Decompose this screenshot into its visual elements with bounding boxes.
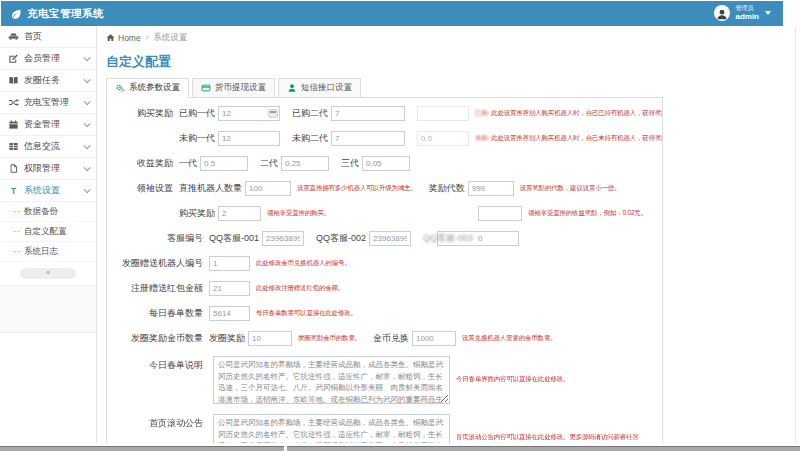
top-navbar: 充电宝管理系统 管理员 admin	[1, 1, 783, 26]
sidebar-subitem-system-log[interactable]: 系统日志	[0, 242, 96, 262]
taxi-icon	[8, 31, 19, 42]
input-wrap	[331, 131, 405, 146]
svg-text:T: T	[11, 187, 16, 196]
post-reward-gold-input-2[interactable]	[412, 331, 456, 346]
sidebar-subitem-label: 自定义配置	[24, 226, 67, 238]
purchase-reward-unowned-input-2[interactable]	[331, 131, 405, 146]
field-label: 已购一代	[179, 107, 215, 120]
user-menu[interactable]: 管理员 admin	[714, 5, 783, 21]
leader-reward-input-1[interactable]	[218, 206, 261, 221]
input-wrap	[417, 106, 469, 121]
form-row-purchase-reward-unowned: 未购一代未购二代未购-此处设置推荐别人购买机器人时，自己未持有机器人，获得奖励少…	[107, 131, 662, 146]
field-leader-reward-1: 购买奖励领袖享受直推的购买。	[179, 206, 330, 221]
erased-field	[417, 106, 469, 121]
app-logo[interactable]: 充电宝管理系统	[1, 7, 104, 21]
post-gift-robot-id-input-1[interactable]	[209, 256, 250, 271]
field-label: 购买奖励	[179, 207, 215, 220]
register-redpacket-amount-input-1[interactable]	[209, 281, 250, 296]
today-order-description-textarea[interactable]	[213, 356, 450, 404]
field-label: 金币兑换	[373, 332, 409, 345]
tab-label: 短信接口设置	[301, 82, 352, 94]
field-group-label: 每日春单数量	[107, 307, 209, 320]
field-leader-settings-2: 奖励代数设置奖励的代数，建议设置小一些。	[429, 181, 621, 196]
field-purchase-reward-unowned-3	[417, 131, 469, 146]
purchase-reward-owned-input-2[interactable]	[331, 106, 405, 121]
input-wrap	[218, 131, 280, 146]
help-note: 领袖享受直推的购买。	[267, 209, 330, 218]
user-info: 管理员 admin	[735, 5, 759, 21]
help-note: 设置兑换机器人需要的金币数量。	[462, 334, 557, 343]
field-purchase-reward-owned-3	[417, 106, 469, 121]
chevron-down-icon	[84, 164, 91, 171]
tree-dash	[13, 211, 20, 212]
form-row-leader-settings: 领袖设置直推机器人数量设置直推拥有多少机器人可以升级为城主。奖励代数设置奖励的代…	[107, 181, 662, 196]
post-reward-gold-input-1[interactable]	[248, 331, 292, 346]
field-income-reward-1: 一代	[179, 156, 248, 171]
tree-dash	[13, 231, 20, 232]
tab-param-settings[interactable]: 系统参数设置	[106, 78, 189, 98]
chevron-down-icon	[84, 76, 91, 83]
leader-settings-input-1[interactable]	[245, 181, 291, 196]
income-reward-input-3[interactable]	[362, 156, 410, 171]
help-note: 此处设置推荐别人购买机器人时，自己已持有机器人，获得奖励多。	[491, 109, 663, 118]
sidebar-subitem-data-backup[interactable]: 数据备份	[0, 202, 96, 222]
tab-withdraw-settings[interactable]: 货币提现设置	[192, 78, 275, 97]
sidebar-item-messages[interactable]: 信息交流	[0, 136, 96, 158]
field-income-reward-2: 二代	[260, 156, 329, 171]
income-reward-input-2[interactable]	[281, 156, 329, 171]
help-note: 今日春单界面内容可以直接在此处修改。	[456, 375, 569, 384]
sidebar-item-post-tasks[interactable]: 发圈任务	[0, 70, 96, 92]
sidebar-item-permissions[interactable]: 权限管理	[0, 158, 96, 180]
breadcrumb-home[interactable]: Home	[118, 33, 141, 43]
leader-settings-input-2[interactable]	[468, 181, 514, 196]
sidebar-subitem-custom-config[interactable]: 自定义配置	[0, 222, 96, 242]
sidebar: 首页会员管理发圈任务充电宝管理资金管理信息交流权限管理T系统设置 数据备份自定义…	[0, 26, 97, 453]
field-purchase-reward-owned-2: 已购二代	[292, 106, 405, 121]
field-income-reward-3: 三代	[341, 156, 410, 171]
help-note: 此处设置推荐别人购买机器人时，自己未持有机器人，获得奖励少。	[491, 134, 663, 143]
leader-reward-input-2[interactable]	[478, 206, 522, 221]
sidebar-item-powerbank[interactable]: 充电宝管理	[0, 92, 96, 114]
field-daily-order-count-1: 每日春单数量可以直接在此处修改。	[209, 306, 357, 321]
field-purchase-reward-unowned-2: 未购二代	[292, 131, 405, 146]
form-row-leader-reward: 购买奖励领袖享受直推的购买。领袖享受直推的收益奖励，例如：0.02元。	[107, 206, 662, 221]
form-row-post-gift-robot-id: 发圈赠送机器人编号此处修改金币兑换机器人的编号。	[107, 256, 662, 271]
input-wrap	[417, 131, 469, 146]
chevron-down-icon	[84, 120, 91, 127]
input-wrap	[248, 331, 292, 346]
field-group-label: 发圈奖励金币数量	[107, 332, 209, 345]
user-name: admin	[735, 12, 759, 21]
file-icon	[8, 163, 19, 174]
field-leader-reward-2: 领袖享受直推的收益奖励，例如：0.02元。	[478, 206, 647, 221]
help-note: 设置直推拥有多少机器人可以升级为城主。	[297, 184, 417, 193]
purchase-reward-unowned-input-1[interactable]	[218, 131, 280, 146]
field-service-qq-2: QQ客服-002	[316, 231, 411, 246]
help-note: 设置奖励的代数，建议设置小一些。	[520, 184, 621, 193]
sidebar-item-funds[interactable]: 资金管理	[0, 114, 96, 136]
tree-dash	[13, 251, 20, 252]
chevron-down-icon	[84, 54, 91, 61]
field-group-label: 首页滚动公告	[107, 414, 209, 430]
service-qq-input-2[interactable]	[369, 231, 411, 246]
window-edge	[795, 26, 796, 445]
daily-order-count-input-1[interactable]	[209, 306, 250, 321]
avatar	[714, 5, 730, 21]
input-wrap	[218, 106, 280, 121]
book-icon	[8, 75, 19, 86]
input-wrap	[218, 206, 261, 221]
form-row-income-reward: 收益奖励一代二代三代	[107, 156, 662, 171]
sidebar-item-home[interactable]: 首页	[0, 26, 96, 48]
user-icon	[287, 83, 297, 93]
erased-field	[417, 131, 469, 146]
tab-sms-settings[interactable]: 短信接口设置	[278, 78, 361, 97]
user-avatar-icon	[716, 8, 728, 20]
field-leader-settings-1: 直推机器人数量设置直推拥有多少机器人可以升级为城主。	[179, 181, 417, 196]
sidebar-item-members[interactable]: 会员管理	[0, 48, 96, 70]
form-row-today-order-description: 今日春单说明今日春单界面内容可以直接在此处修改。	[107, 356, 662, 404]
field-post-reward-gold-1: 发圈奖励发圈奖励金币的数量。	[209, 331, 361, 346]
income-reward-input-1[interactable]	[200, 156, 248, 171]
sidebar-item-label: 信息交流	[24, 140, 60, 153]
sidebar-item-system[interactable]: T系统设置	[0, 180, 96, 202]
service-qq-input-1[interactable]	[262, 231, 304, 246]
sidebar-collapse-button[interactable]: «	[20, 268, 76, 279]
